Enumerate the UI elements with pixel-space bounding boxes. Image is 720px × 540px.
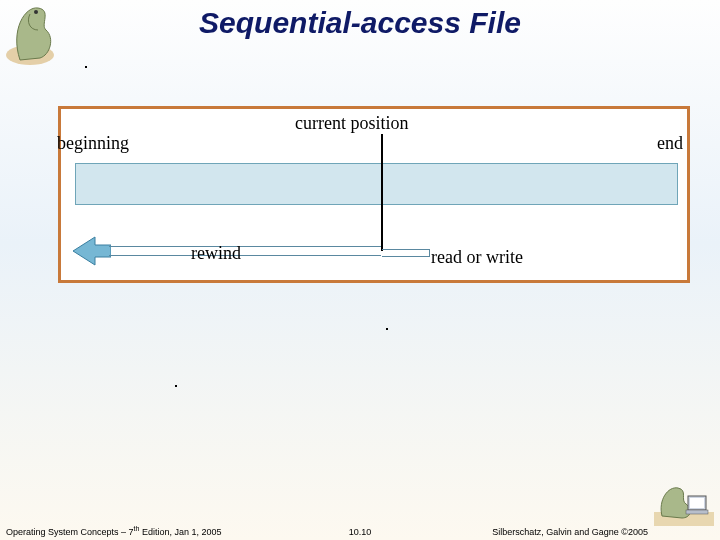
rewind-arrow-icon: [73, 235, 111, 267]
rewind-label: rewind: [191, 243, 241, 264]
stray-dot: [386, 328, 388, 330]
read-write-track: [382, 249, 430, 257]
svg-rect-5: [690, 498, 704, 508]
file-bar: [75, 163, 678, 205]
current-position-label: current position: [295, 113, 408, 134]
svg-rect-6: [686, 510, 708, 514]
diagram-frame: beginning current position end rewind re…: [58, 106, 690, 283]
stray-dot: [85, 66, 87, 68]
rewind-track: [109, 246, 381, 256]
slide-title: Sequential-access File: [0, 6, 720, 40]
svg-marker-2: [73, 237, 111, 265]
end-label: end: [657, 133, 683, 154]
footer-right: Silberschatz, Galvin and Gagne ©2005: [492, 527, 648, 537]
read-or-write-label: read or write: [431, 247, 523, 268]
sequential-access-diagram: beginning current position end rewind re…: [61, 109, 687, 280]
beginning-label: beginning: [57, 133, 129, 154]
dinosaur-computer-logo-icon: [654, 482, 714, 526]
current-position-marker: [381, 134, 383, 251]
stray-dot: [175, 385, 177, 387]
